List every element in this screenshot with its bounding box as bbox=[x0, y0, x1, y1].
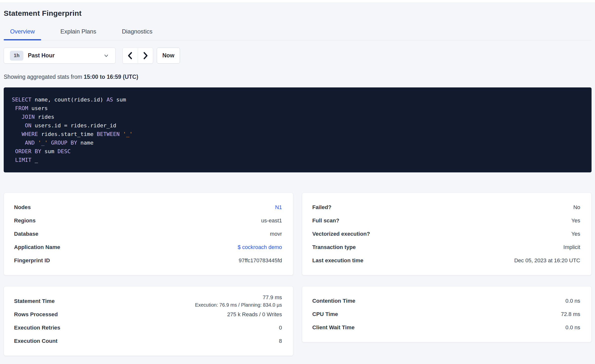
sql-token: sum bbox=[113, 97, 126, 103]
sql-token: users.id = rides.rider_id bbox=[31, 122, 116, 129]
prev-time-range-button[interactable] bbox=[123, 48, 138, 63]
row-value-wrap: N1 bbox=[275, 204, 282, 211]
tab-diagnostics[interactable]: Diagnostics bbox=[115, 28, 159, 40]
tab-bar: Overview Explain Plans Diagnostics bbox=[4, 28, 592, 40]
row-label: Last execution time bbox=[312, 257, 363, 264]
summary-cards-row-2: Statement Time77.9 msExecution: 76.9 ms … bbox=[4, 286, 592, 356]
row-value-wrap: movr bbox=[270, 231, 282, 237]
row-value-wrap: 0.0 ns bbox=[565, 324, 580, 331]
sql-token: LIMIT bbox=[15, 157, 31, 163]
aggregation-status: Showing aggregated stats from 15:00 to 1… bbox=[4, 73, 592, 80]
sql-token bbox=[12, 105, 15, 111]
statement-fingerprint-page: Statement Fingerprint Overview Explain P… bbox=[0, 9, 595, 356]
time-range-dropdown[interactable]: 1h Past Hour bbox=[4, 48, 116, 64]
sql-token: AND bbox=[25, 140, 35, 146]
summary-cards-row-1: NodesN1Regionsus-east1DatabasemovrApplic… bbox=[4, 193, 592, 275]
row-value-wrap: us-east1 bbox=[261, 217, 282, 224]
row-value-link[interactable]: $ cockroach demo bbox=[238, 244, 282, 250]
chevron-down-icon bbox=[103, 52, 109, 59]
card-row: CPU Time72.8 ms bbox=[312, 308, 580, 321]
sql-statement-box: SELECT name, count(rides.id) AS sum FROM… bbox=[4, 87, 592, 172]
card-row: Contention Time0.0 ns bbox=[312, 294, 580, 308]
sql-token: SELECT bbox=[12, 97, 31, 103]
row-value: 77.9 ms bbox=[263, 294, 282, 301]
sql-token: rides bbox=[35, 114, 54, 120]
sql-token: ON bbox=[25, 122, 32, 129]
sql-token bbox=[35, 140, 38, 146]
row-label: Failed? bbox=[312, 204, 332, 211]
time-step-buttons bbox=[122, 48, 153, 64]
row-label: Statement Time bbox=[14, 298, 55, 304]
card-row: Execution Count8 bbox=[14, 334, 282, 348]
chevron-left-icon bbox=[126, 51, 134, 60]
page-title: Statement Fingerprint bbox=[4, 9, 592, 18]
time-range-label: Past Hour bbox=[28, 52, 55, 59]
card-row: Transaction typeImplicit bbox=[312, 241, 580, 254]
row-label: Database bbox=[14, 231, 38, 237]
row-label: Application Name bbox=[14, 244, 60, 250]
row-value-wrap: 72.8 ms bbox=[561, 311, 580, 317]
card-row: Failed?No bbox=[312, 201, 580, 214]
row-value-link[interactable]: N1 bbox=[275, 204, 282, 211]
sql-token: GROUP BY bbox=[51, 140, 77, 146]
row-value-wrap: 0.0 ns bbox=[565, 298, 580, 304]
card-row: Databasemovr bbox=[14, 227, 282, 241]
sql-token: sum bbox=[41, 148, 57, 154]
sql-token: name bbox=[77, 140, 93, 146]
card-row: Application Name$ cockroach demo bbox=[14, 241, 282, 254]
row-label: CPU Time bbox=[312, 311, 338, 317]
sql-token: ORDER BY bbox=[15, 148, 41, 154]
chevron-right-icon bbox=[142, 51, 149, 60]
tab-explain-plans[interactable]: Explain Plans bbox=[54, 28, 103, 40]
row-value: Implicit bbox=[563, 244, 580, 250]
row-label: Full scan? bbox=[312, 217, 339, 224]
time-picker: 1h Past Hour Now bbox=[4, 48, 592, 64]
row-value: movr bbox=[270, 231, 282, 237]
card-row: Execution Retries0 bbox=[14, 321, 282, 334]
row-value: 8 bbox=[279, 338, 282, 344]
sql-token: JOIN bbox=[22, 114, 35, 120]
row-value-wrap: 8 bbox=[279, 338, 282, 344]
row-label: Execution Count bbox=[14, 338, 57, 344]
sql-token bbox=[12, 131, 22, 137]
now-button[interactable]: Now bbox=[157, 48, 180, 64]
row-label: Regions bbox=[14, 217, 36, 224]
sql-token: rides.start_time bbox=[38, 131, 97, 137]
row-value-wrap: No bbox=[573, 204, 580, 211]
row-value-wrap: Yes bbox=[571, 231, 580, 237]
row-value: 275 k Reads / 0 Writes bbox=[227, 311, 282, 318]
row-label: Rows Processed bbox=[14, 311, 58, 318]
row-label: Execution Retries bbox=[14, 325, 60, 331]
card-row: Regionsus-east1 bbox=[14, 214, 282, 227]
row-value: 72.8 ms bbox=[561, 311, 580, 317]
row-label: Fingerprint ID bbox=[14, 257, 50, 264]
row-value: 0.0 ns bbox=[565, 324, 580, 331]
row-label: Vectorized execution? bbox=[312, 231, 370, 237]
sql-token: name, count(rides.id) bbox=[31, 97, 106, 103]
row-value: Dec 05, 2023 at 16:20 UTC bbox=[514, 257, 580, 264]
card-row: NodesN1 bbox=[14, 201, 282, 214]
card-timing-stats: Statement Time77.9 msExecution: 76.9 ms … bbox=[4, 286, 293, 356]
card-statement-attributes: NodesN1Regionsus-east1DatabasemovrApplic… bbox=[4, 193, 293, 275]
next-time-range-button[interactable] bbox=[138, 48, 153, 63]
card-row: Rows Processed275 k Reads / 0 Writes bbox=[14, 308, 282, 321]
sql-token: BETWEEN bbox=[97, 131, 120, 137]
aggregation-status-range: 15:00 to 16:59 (UTC) bbox=[84, 74, 138, 80]
row-label: Contention Time bbox=[312, 298, 355, 304]
sql-token: _ bbox=[31, 157, 38, 163]
row-value-wrap: 275 k Reads / 0 Writes bbox=[227, 311, 282, 318]
card-row: Fingerprint ID97ffc170783445fd bbox=[14, 254, 282, 267]
card-wait-times: Contention Time0.0 nsCPU Time72.8 msClie… bbox=[302, 286, 592, 342]
tab-overview[interactable]: Overview bbox=[4, 28, 41, 40]
aggregation-status-prefix: Showing aggregated stats from bbox=[4, 74, 84, 80]
sql-token bbox=[120, 131, 123, 137]
row-subvalue: Execution: 76.9 ms / Planning: 834.0 µs bbox=[195, 302, 282, 308]
row-value-wrap: $ cockroach demo bbox=[238, 244, 282, 250]
row-value-wrap: Dec 05, 2023 at 16:20 UTC bbox=[514, 257, 580, 264]
row-value-wrap: 77.9 msExecution: 76.9 ms / Planning: 83… bbox=[195, 294, 282, 308]
sql-token: FROM bbox=[15, 105, 28, 111]
sql-token: WHERE bbox=[22, 131, 38, 137]
sql-token bbox=[12, 122, 25, 129]
sql-token: AS bbox=[106, 97, 113, 103]
row-value-wrap: 97ffc170783445fd bbox=[239, 257, 282, 264]
